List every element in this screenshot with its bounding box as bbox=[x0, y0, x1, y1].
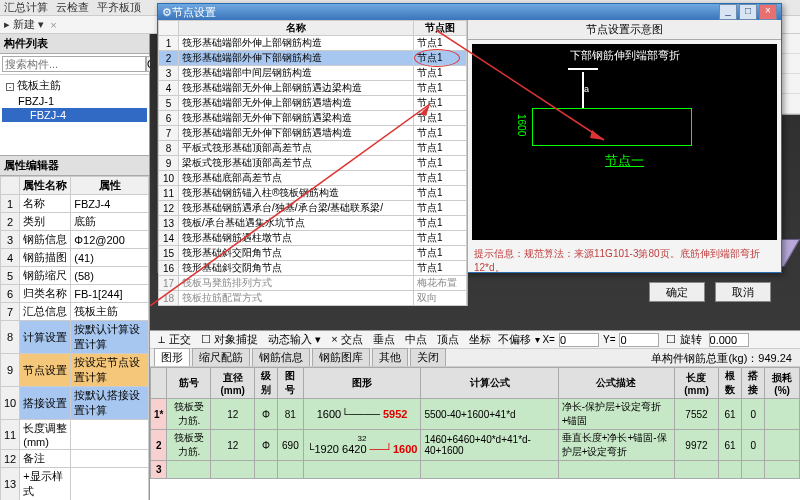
node-row[interactable]: 18筏板拉筋配置方式双向 bbox=[159, 291, 467, 306]
close-button[interactable]: × bbox=[759, 4, 777, 20]
dim-la: la bbox=[582, 84, 589, 94]
property-table[interactable]: 属性名称属性 1名称FBZJ-42类别底筋3钢筋信息Φ12@2004钢筋描图(4… bbox=[0, 176, 149, 500]
rebar-data-grid[interactable]: 筋号直径(mm)级别图号图形计算公式公式描述长度(mm)根数搭接损耗(%) 1*… bbox=[150, 367, 800, 500]
property-row[interactable]: 13+显示样式 bbox=[1, 468, 149, 501]
grid-header[interactable]: 公式描述 bbox=[558, 368, 675, 399]
node-row[interactable]: 14筏形基础钢筋遇柱墩节点节点1 bbox=[159, 231, 467, 246]
minimize-button[interactable]: _ bbox=[719, 4, 737, 20]
component-list-title: 构件列表 bbox=[0, 34, 149, 54]
node-row[interactable]: 6筏形基础端部无外伸下部钢筋遇梁构造节点1 bbox=[159, 111, 467, 126]
property-row[interactable]: 3钢筋信息Φ12@200 bbox=[1, 231, 149, 249]
preview-canvas: 下部钢筋伸到端部弯折 la 1600 节点一 bbox=[472, 44, 777, 240]
node-row[interactable]: 16筏形基础斜交阴角节点节点1 bbox=[159, 261, 467, 276]
property-row[interactable]: 2类别底筋 bbox=[1, 213, 149, 231]
node-row[interactable]: 12筏形基础钢筋遇承台/独基/承台梁/基础联系梁/节点1 bbox=[159, 201, 467, 216]
tb-align[interactable]: 平齐板顶 bbox=[97, 0, 141, 15]
dim-1600: 1600 bbox=[516, 114, 527, 136]
grid-header[interactable]: 级别 bbox=[254, 368, 277, 399]
node-list[interactable]: 名称节点图 1筏形基础端部外伸上部钢筋构造节点12筏形基础端部外伸下部钢筋构造节… bbox=[158, 20, 468, 306]
coord-mode[interactable]: 不偏移 bbox=[498, 332, 531, 347]
tab-library[interactable]: 钢筋图库 bbox=[312, 348, 370, 366]
node-row[interactable]: 5筏形基础端部无外伸上部钢筋遇墙构造节点1 bbox=[159, 96, 467, 111]
grid-header[interactable]: 根数 bbox=[718, 368, 741, 399]
search-input[interactable] bbox=[2, 56, 146, 72]
grid-header[interactable]: 长度(mm) bbox=[675, 368, 719, 399]
preview-pane: 节点设置示意图 下部钢筋伸到端部弯折 la 1600 节点一 提示信息：规范算法… bbox=[468, 20, 781, 306]
ok-button[interactable]: 确定 bbox=[649, 282, 705, 302]
node-row[interactable]: 9梁板式筏形基础顶部高差节点节点1 bbox=[159, 156, 467, 171]
node-label: 节点一 bbox=[472, 152, 777, 170]
tab-scale[interactable]: 缩尺配筋 bbox=[192, 348, 250, 366]
node-row[interactable]: 13筏板/承台基础遇集水坑节点节点1 bbox=[159, 216, 467, 231]
grid-header[interactable]: 损耗(%) bbox=[765, 368, 800, 399]
node-row[interactable]: 3筏形基础端部中间层钢筋构造节点1 bbox=[159, 66, 467, 81]
tab-rebarinfo[interactable]: 钢筋信息 bbox=[252, 348, 310, 366]
left-panel: 构件列表 Q -筏板主筋 FBZJ-1 FBZJ-4 属性编辑器 属性名称属性 … bbox=[0, 34, 150, 500]
tb-cloud[interactable]: 云检查 bbox=[56, 0, 89, 15]
property-row[interactable]: 12备注 bbox=[1, 450, 149, 468]
result-tabs: 图形 缩尺配筋 钢筋信息 钢筋图库 其他 关闭 单构件钢筋总重(kg)：949.… bbox=[150, 349, 800, 367]
grid-header[interactable]: 图形 bbox=[303, 368, 421, 399]
bottom-panel: ⊥ 正交 ☐ 对象捕捉 动态输入 ▾ × 交点 垂点 中点 顶点 坐标 不偏移▾… bbox=[150, 330, 800, 500]
property-row[interactable]: 10搭接设置按默认搭接设置计算 bbox=[1, 387, 149, 420]
tb-sum[interactable]: 汇总计算 bbox=[4, 0, 48, 15]
tab-close[interactable]: 关闭 bbox=[410, 348, 446, 366]
cancel-button[interactable]: 取消 bbox=[715, 282, 771, 302]
preview-caption: 下部钢筋伸到端部弯折 bbox=[472, 48, 777, 63]
coord-x-input[interactable] bbox=[559, 333, 599, 347]
snap-perp[interactable]: 垂点 bbox=[370, 332, 398, 347]
node-row[interactable]: 1筏形基础端部外伸上部钢筋构造节点1 bbox=[159, 36, 467, 51]
dialog-title: 节点设置 bbox=[172, 5, 717, 20]
table-row[interactable]: 1*筏板受力筋.12Φ811600└──── 59525500-40+1600+… bbox=[151, 399, 800, 430]
node-row[interactable]: 17筏板马凳筋排列方式梅花布置 bbox=[159, 276, 467, 291]
node-row[interactable]: 11筏形基础钢筋锚入柱®筏板钢筋构造节点1 bbox=[159, 186, 467, 201]
snap-intersection[interactable]: × 交点 bbox=[328, 332, 365, 347]
node-row[interactable]: 10筏形基础底部高差节点节点1 bbox=[159, 171, 467, 186]
property-row[interactable]: 7汇总信息筏板主筋 bbox=[1, 303, 149, 321]
hint-text: 提示信息：规范算法：来源11G101-3第80页。底筋伸到端部弯折12*d。 bbox=[468, 244, 781, 278]
dialog-titlebar[interactable]: ⚙ 节点设置 _ □ × bbox=[158, 4, 781, 20]
property-row[interactable]: 11长度调整(mm) bbox=[1, 420, 149, 450]
property-row[interactable]: 5钢筋缩尺(58) bbox=[1, 267, 149, 285]
grid-header[interactable]: 筋号 bbox=[167, 368, 211, 399]
grid-header[interactable]: 计算公式 bbox=[421, 368, 558, 399]
tab-shape[interactable]: 图形 bbox=[154, 348, 190, 366]
expand-icon[interactable]: - bbox=[6, 83, 14, 91]
snap-vertex[interactable]: 顶点 bbox=[434, 332, 462, 347]
gear-icon: ⚙ bbox=[162, 6, 172, 19]
property-row[interactable]: 4钢筋描图(41) bbox=[1, 249, 149, 267]
property-editor-title: 属性编辑器 bbox=[0, 155, 149, 176]
node-row[interactable]: 8平板式筏形基础顶部高差节点节点1 bbox=[159, 141, 467, 156]
osnap-toggle[interactable]: ☐ 对象捕捉 bbox=[198, 332, 261, 347]
ortho-toggle[interactable]: ⊥ 正交 bbox=[154, 332, 194, 347]
tree-item-selected[interactable]: FBZJ-4 bbox=[2, 108, 147, 122]
maximize-button[interactable]: □ bbox=[739, 4, 757, 20]
node-settings-dialog: ⚙ 节点设置 _ □ × 名称节点图 1筏形基础端部外伸上部钢筋构造节点12筏形… bbox=[157, 3, 782, 273]
table-row[interactable]: 3 bbox=[151, 461, 800, 479]
property-row[interactable]: 6归类名称FB-1[244] bbox=[1, 285, 149, 303]
grid-header[interactable]: 搭接 bbox=[742, 368, 765, 399]
node-row[interactable]: 4筏形基础端部无外伸上部钢筋遇边梁构造节点1 bbox=[159, 81, 467, 96]
snap-mid[interactable]: 中点 bbox=[402, 332, 430, 347]
total-weight: 单构件钢筋总重(kg)：949.24 bbox=[647, 351, 796, 366]
coord-label: 坐标 bbox=[466, 332, 494, 347]
tree-item[interactable]: FBZJ-1 bbox=[2, 94, 147, 108]
component-tree[interactable]: -筏板主筋 FBZJ-1 FBZJ-4 bbox=[0, 75, 149, 155]
dyn-input-toggle[interactable]: 动态输入 ▾ bbox=[265, 332, 324, 347]
status-toolbar: ⊥ 正交 ☐ 对象捕捉 动态输入 ▾ × 交点 垂点 中点 顶点 坐标 不偏移▾… bbox=[150, 331, 800, 349]
tree-root[interactable]: -筏板主筋 bbox=[2, 77, 147, 94]
rotate-angle-input[interactable] bbox=[709, 333, 749, 347]
rotate-toggle[interactable]: ☐ 旋转 bbox=[663, 332, 704, 347]
grid-header[interactable]: 直径(mm) bbox=[211, 368, 255, 399]
node-row[interactable]: 15筏形基础斜交阳角节点节点1 bbox=[159, 246, 467, 261]
node-row[interactable]: 2筏形基础端部外伸下部钢筋构造节点1 bbox=[159, 51, 467, 66]
property-row[interactable]: 1名称FBZJ-4 bbox=[1, 195, 149, 213]
grid-header[interactable]: 图号 bbox=[278, 368, 304, 399]
node-row[interactable]: 7筏形基础端部无外伸下部钢筋遇墙构造节点1 bbox=[159, 126, 467, 141]
property-row[interactable]: 9节点设置按设定节点设置计算 bbox=[1, 354, 149, 387]
coord-y-input[interactable] bbox=[619, 333, 659, 347]
table-row[interactable]: 2筏板受力筋.12Φ69032└1920 6420 ──┘16001460+64… bbox=[151, 430, 800, 461]
tab-other[interactable]: 其他 bbox=[372, 348, 408, 366]
new-button[interactable]: ▸ 新建 ▾ bbox=[4, 17, 44, 32]
property-row[interactable]: 8计算设置按默认计算设置计算 bbox=[1, 321, 149, 354]
